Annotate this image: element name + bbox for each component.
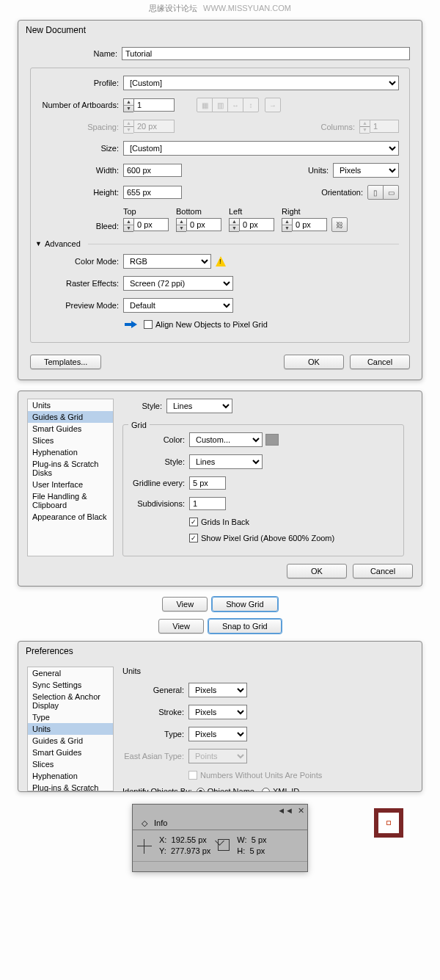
height-label: Height: xyxy=(41,188,123,197)
sidelist-item[interactable]: Plug-ins & Scratch Disks xyxy=(28,458,113,479)
artboards-label: Number of Artboards: xyxy=(41,101,123,109)
units-select[interactable]: Pixels xyxy=(333,163,399,178)
sidelist-item[interactable]: Type xyxy=(28,711,113,723)
close-icon[interactable]: ✕ xyxy=(298,806,304,816)
units-label: Units: xyxy=(308,166,333,175)
grids-in-back-checkbox[interactable]: ✓Grids In Back xyxy=(189,518,249,526)
gridline-every-input[interactable] xyxy=(189,476,226,490)
type-units-select[interactable]: Pixels xyxy=(188,727,247,741)
crosshair-icon xyxy=(137,839,152,854)
prefs-sidelist[interactable]: GeneralSync SettingsSelection & Anchor D… xyxy=(27,667,114,791)
cancel-button[interactable]: Cancel xyxy=(350,355,410,369)
watermark: 思缘设计论坛WWW.MISSYUAN.COM xyxy=(0,0,440,17)
general-units-select[interactable]: Pixels xyxy=(188,683,247,697)
size-select[interactable]: [Custom] xyxy=(123,141,399,156)
height-input[interactable] xyxy=(123,186,182,199)
portrait-icon[interactable]: ▯ xyxy=(367,185,384,200)
prefs-sidelist[interactable]: UnitsGuides & GridSmart GuidesSlicesHyph… xyxy=(27,399,114,556)
arrow-right-icon xyxy=(123,321,141,328)
style-label: Style: xyxy=(122,402,166,410)
sidelist-item[interactable]: Units xyxy=(28,723,113,735)
grid-color-select[interactable]: Custom... xyxy=(189,432,263,447)
bleed-label: Bleed: xyxy=(41,222,123,232)
sidelist-item[interactable]: Slices xyxy=(28,758,113,770)
collapse-icon[interactable]: ◄◄ xyxy=(277,806,293,816)
spacing-spinner: ▲▼ xyxy=(123,120,175,134)
colormode-label: Color Mode: xyxy=(41,257,123,266)
numbers-without-units-checkbox: Numbers Without Units Are Points xyxy=(188,771,322,780)
sidelist-item[interactable]: File Handling & Clipboard xyxy=(28,490,113,511)
size-label: Size: xyxy=(41,144,123,153)
sidelist-item[interactable]: Slices xyxy=(28,435,113,446)
artboard-layout-group: ▦ ▥ ↔ ↕ xyxy=(197,98,259,112)
preview-label: Preview Mode: xyxy=(41,301,123,310)
width-label: Width: xyxy=(41,166,123,175)
sidelist-item[interactable]: Appearance of Black xyxy=(28,511,113,523)
view-button[interactable]: View xyxy=(158,619,204,634)
sidelist-item[interactable]: Guides & Grid xyxy=(28,735,113,747)
layout-rtl-icon: → xyxy=(265,98,281,112)
ok-button[interactable]: OK xyxy=(284,355,344,369)
sidelist-item[interactable]: Hyphenation xyxy=(28,770,113,782)
arrange-col-icon: ↕ xyxy=(243,98,259,112)
sidelist-item[interactable]: Smart Guides xyxy=(28,747,113,758)
view-button[interactable]: View xyxy=(162,597,208,611)
preferences-dialog-guides: UnitsGuides & GridSmart GuidesSlicesHyph… xyxy=(18,391,422,587)
show-pixel-grid-checkbox[interactable]: ✓Show Pixel Grid (Above 600% Zoom) xyxy=(189,534,334,542)
profile-select[interactable]: [Custom] xyxy=(123,76,399,90)
grid-style-select[interactable]: Lines xyxy=(189,454,263,469)
snap-to-grid-button[interactable]: Snap to Grid xyxy=(208,619,282,634)
new-document-dialog: New Document Name: Profile: [Custom] Num… xyxy=(18,20,422,380)
dialog-title: New Document xyxy=(18,21,422,40)
preview-select[interactable]: Default xyxy=(123,298,233,313)
show-grid-button[interactable]: Show Grid xyxy=(212,597,277,611)
templates-button[interactable]: Templates... xyxy=(30,355,101,369)
sidelist-item[interactable]: User Interface xyxy=(28,479,113,490)
name-input[interactable] xyxy=(122,47,410,60)
sidelist-item[interactable]: Smart Guides xyxy=(28,423,113,435)
stroke-units-select[interactable]: Pixels xyxy=(188,705,247,719)
width-input[interactable] xyxy=(123,164,182,177)
link-bleed-icon[interactable]: ⛓ xyxy=(331,217,348,232)
info-tab[interactable]: ◇ Info xyxy=(137,818,176,828)
sidelist-item[interactable]: Units xyxy=(28,399,113,411)
align-pixel-grid-checkbox[interactable]: Align New Objects to Pixel Grid xyxy=(144,320,268,329)
columns-label: Columns: xyxy=(321,123,359,131)
sidelist-item[interactable]: Guides & Grid xyxy=(28,411,113,423)
sidelist-item[interactable]: Hyphenation xyxy=(28,446,113,458)
raster-select[interactable]: Screen (72 ppi) xyxy=(123,276,233,291)
bleed-top-spinner[interactable]: ▲▼ xyxy=(123,218,169,232)
ok-button[interactable]: OK xyxy=(287,564,347,578)
subdivisions-input[interactable] xyxy=(189,497,226,510)
sidelist-item[interactable]: Plug-ins & Scratch Disks xyxy=(28,782,113,791)
cancel-button[interactable]: Cancel xyxy=(353,564,413,578)
units-title: Units xyxy=(122,667,404,675)
guides-style-select[interactable]: Lines xyxy=(166,399,232,413)
spacing-label: Spacing: xyxy=(41,123,123,131)
colormode-select[interactable]: RGB xyxy=(123,254,211,269)
landscape-icon[interactable]: ▭ xyxy=(383,185,399,200)
raster-label: Raster Effects: xyxy=(41,279,123,288)
preferences-dialog-units: Preferences GeneralSync SettingsSelectio… xyxy=(18,641,422,792)
grid-title: Grid xyxy=(128,421,150,429)
grid-by-col-icon: ▥ xyxy=(212,98,228,112)
color-swatch[interactable] xyxy=(265,434,279,446)
prefs-title: Preferences xyxy=(18,642,422,661)
bleed-bottom-spinner[interactable]: ▲▼ xyxy=(176,218,221,232)
selected-object-icon xyxy=(374,808,403,838)
object-name-radio[interactable] xyxy=(197,788,205,792)
xml-id-radio[interactable] xyxy=(262,788,270,792)
sidelist-item[interactable]: General xyxy=(28,667,113,679)
profile-label: Profile: xyxy=(41,79,123,87)
east-asian-select: Points xyxy=(188,749,247,763)
bleed-right-spinner[interactable]: ▲▼ xyxy=(282,218,327,232)
dimensions-icon xyxy=(218,839,230,851)
columns-spinner: ▲▼ xyxy=(359,120,399,134)
sidelist-item[interactable]: Sync Settings xyxy=(28,679,113,691)
advanced-toggle[interactable]: ▼ Advanced xyxy=(35,239,399,248)
bleed-left-spinner[interactable]: ▲▼ xyxy=(229,218,274,232)
sidelist-item[interactable]: Selection & Anchor Display xyxy=(28,691,113,711)
artboards-spinner[interactable]: ▲▼ xyxy=(123,98,175,112)
info-panel: ◄◄ ✕ ◇ Info X: 192.55 px Y: 277.973 px W… xyxy=(132,804,308,872)
orientation-label: Orientation: xyxy=(321,188,367,197)
